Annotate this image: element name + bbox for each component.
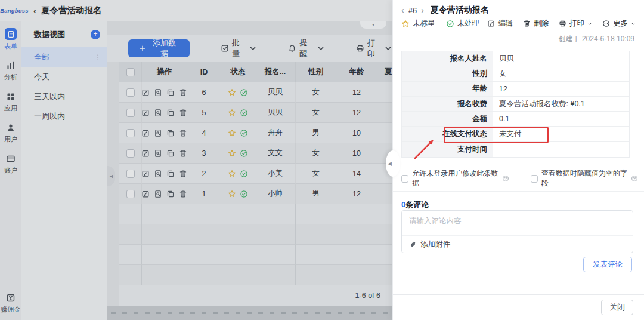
row-checkbox[interactable]	[126, 170, 135, 178]
preview-icon[interactable]	[154, 109, 162, 117]
page-title-row: ‹ 夏令营活动报名	[33, 5, 102, 16]
more-dots-icon[interactable]: ⋮	[94, 53, 101, 61]
process-toggle[interactable]: 未处理	[446, 19, 480, 29]
option-checkbox-item[interactable]: 允许未登录用户修改此条数据	[401, 168, 509, 189]
back-icon[interactable]: ‹	[33, 5, 36, 16]
row-checkbox[interactable]	[126, 190, 135, 198]
option-label: 查看数据时隐藏值为空的字段	[541, 168, 627, 189]
table-row[interactable]: 4 舟舟 男 10	[119, 123, 392, 143]
submit-comment-button[interactable]: 发表评论	[583, 257, 632, 272]
print-record-button[interactable]: 打印	[559, 19, 592, 29]
table-row[interactable]: 6 贝贝 女 12	[119, 82, 392, 103]
nav-rail-item-表单[interactable]: 表单	[4, 28, 17, 51]
option-checkbox[interactable]	[531, 175, 538, 183]
cell-name: 舟舟	[255, 123, 296, 143]
edit-icon[interactable]	[142, 88, 150, 97]
collapse-pill-button[interactable]: ▾	[360, 21, 386, 29]
row-operations	[142, 109, 187, 117]
row-checkbox[interactable]	[126, 129, 135, 137]
nav-rail-item-应用[interactable]: 应用	[4, 91, 17, 113]
column-header: 年龄	[336, 62, 377, 82]
select-all-checkbox[interactable]	[126, 68, 135, 76]
check-circle-icon[interactable]	[240, 149, 248, 158]
add-view-button[interactable]: +	[91, 30, 100, 39]
more-button[interactable]: 更多	[602, 19, 636, 29]
copy-icon[interactable]	[166, 149, 175, 158]
table-row[interactable]: 3 文文 女 10	[119, 143, 392, 164]
next-record-icon[interactable]: ›	[421, 5, 424, 15]
page-title: 夏令营活动报名	[41, 5, 102, 16]
batch-button[interactable]: 批量	[221, 38, 257, 59]
dataview-item[interactable]: 三天以内	[21, 87, 107, 106]
option-checkbox-item[interactable]: 查看数据时隐藏值为空的字段	[531, 168, 639, 189]
edit-icon[interactable]	[142, 129, 150, 137]
preview-icon[interactable]	[154, 88, 162, 97]
preview-icon[interactable]	[154, 129, 162, 137]
check-circle-icon[interactable]	[240, 190, 248, 198]
field-row: 报名收费 夏令营活动报名收费: ¥0.1	[402, 97, 629, 112]
comment-input[interactable]: 请输入评论内容	[402, 211, 633, 232]
trash-icon[interactable]	[179, 149, 187, 158]
row-checkbox[interactable]	[126, 109, 135, 117]
copy-icon[interactable]	[166, 129, 175, 137]
table-row[interactable]: 2 小美 女 14	[119, 164, 392, 184]
table-row[interactable]: 1 小帅 男 12	[119, 184, 392, 204]
prev-record-icon[interactable]: ‹	[401, 5, 404, 15]
dataview-item[interactable]: 全部 ⋮	[21, 47, 107, 67]
star-icon[interactable]	[228, 190, 236, 198]
remind-button[interactable]: 提醒	[288, 38, 324, 59]
panel-collapse-handle[interactable]: ◀	[386, 150, 400, 177]
trash-icon[interactable]	[179, 190, 187, 198]
check-circle-icon[interactable]	[240, 129, 248, 137]
edit-button[interactable]: 编辑	[487, 19, 513, 29]
check-circle-icon[interactable]	[240, 109, 248, 117]
row-checkbox[interactable]	[126, 88, 135, 97]
dataview-item[interactable]: 今天	[21, 67, 107, 87]
row-operations	[142, 190, 187, 198]
preview-icon[interactable]	[154, 190, 162, 198]
add-attachment-button[interactable]: 添加附件	[402, 235, 633, 253]
dataview-sidebar: 数据视图 + 全部 ⋮ 今天 三天以内 一周以内	[21, 21, 107, 320]
trash-icon[interactable]	[179, 170, 187, 178]
record-flags: 未标星 未处理	[401, 19, 479, 29]
close-button[interactable]: 关闭	[601, 300, 633, 315]
star-icon[interactable]	[228, 170, 236, 178]
option-checkbox[interactable]	[401, 175, 408, 183]
trash-icon[interactable]	[179, 88, 187, 97]
copy-icon[interactable]	[166, 170, 175, 178]
print-button[interactable]: 打印	[356, 38, 392, 59]
star-icon[interactable]	[228, 129, 236, 137]
field-value: 未支付	[493, 127, 629, 141]
trash-icon[interactable]	[179, 129, 187, 137]
row-checkbox[interactable]	[126, 149, 135, 158]
star-toggle[interactable]: 未标星	[401, 19, 435, 29]
cell-age: 10	[336, 123, 377, 143]
nav-rail-item-用户[interactable]: 用户	[4, 122, 17, 144]
star-icon[interactable]	[228, 109, 236, 117]
copy-icon[interactable]	[166, 88, 175, 97]
star-icon[interactable]	[228, 149, 236, 158]
copy-icon[interactable]	[166, 190, 175, 198]
trash-icon[interactable]	[179, 109, 187, 117]
nav-rail-item-分析[interactable]: 分析	[4, 60, 17, 82]
check-circle-icon[interactable]	[240, 170, 248, 178]
nav-rail-item-账户[interactable]: 账户	[4, 153, 17, 175]
check-circle-icon[interactable]	[240, 88, 248, 97]
copy-icon[interactable]	[166, 109, 175, 117]
process-label: 未处理	[457, 19, 480, 29]
edit-icon[interactable]	[142, 170, 150, 178]
add-data-button[interactable]: 添加数据	[128, 39, 190, 57]
preview-icon[interactable]	[154, 149, 162, 158]
star-icon[interactable]	[228, 88, 236, 97]
cell-gender: 女	[296, 164, 336, 184]
dataview-item[interactable]: 一周以内	[21, 106, 107, 126]
horizontal-scrollbar[interactable]	[107, 306, 392, 320]
edit-icon[interactable]	[142, 190, 150, 198]
workspace-region: Bangboss ‹ 夏令营活动报名 表单 分析 应用 用户 账户 赚佣金 数据…	[0, 0, 392, 320]
nav-rail-item-commission[interactable]: 赚佣金	[1, 293, 21, 314]
edit-icon[interactable]	[142, 149, 150, 158]
edit-icon[interactable]	[142, 109, 150, 117]
delete-button[interactable]: 删除	[523, 19, 549, 29]
table-row[interactable]: 5 贝贝 女 12	[119, 103, 392, 123]
preview-icon[interactable]	[154, 170, 162, 178]
